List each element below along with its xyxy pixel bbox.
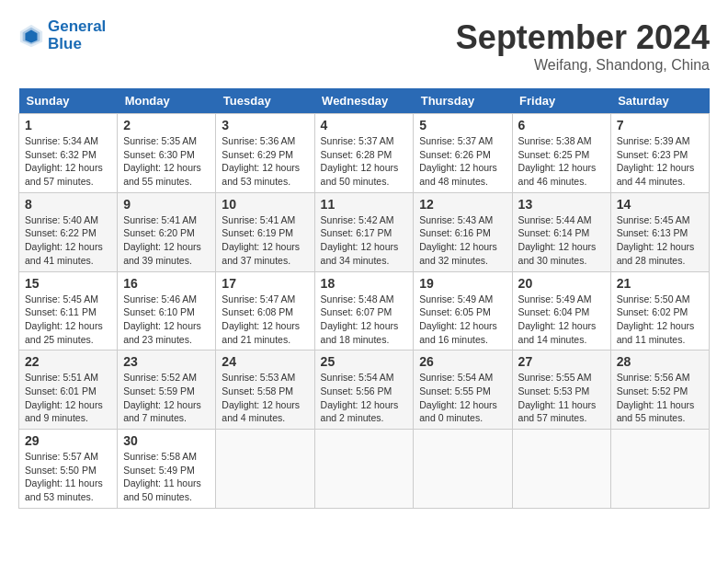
calendar-cell: 24 Sunrise: 5:53 AMSunset: 5:58 PMDaylig… bbox=[216, 350, 314, 430]
calendar-cell: 1 Sunrise: 5:34 AMSunset: 6:32 PMDayligh… bbox=[19, 114, 118, 193]
day-number: 8 bbox=[25, 197, 111, 212]
day-info: Sunrise: 5:35 AMSunset: 6:30 PMDaylight:… bbox=[123, 135, 201, 187]
day-info: Sunrise: 5:41 AMSunset: 6:20 PMDaylight:… bbox=[123, 214, 201, 266]
title-block: September 2024 Weifang, Shandong, China bbox=[456, 18, 710, 74]
calendar-week-3: 15 Sunrise: 5:45 AMSunset: 6:11 PMDaylig… bbox=[19, 271, 710, 350]
day-info: Sunrise: 5:37 AMSunset: 6:28 PMDaylight:… bbox=[321, 135, 399, 187]
day-info: Sunrise: 5:43 AMSunset: 6:16 PMDaylight:… bbox=[419, 214, 497, 266]
day-number: 24 bbox=[222, 354, 308, 369]
calendar-cell: 11 Sunrise: 5:42 AMSunset: 6:17 PMDaylig… bbox=[314, 192, 414, 271]
calendar-week-1: 1 Sunrise: 5:34 AMSunset: 6:32 PMDayligh… bbox=[19, 114, 710, 193]
weekday-header-thursday: Thursday bbox=[414, 88, 512, 114]
day-info: Sunrise: 5:42 AMSunset: 6:17 PMDaylight:… bbox=[321, 214, 399, 266]
weekday-header-saturday: Saturday bbox=[610, 88, 709, 114]
day-number: 19 bbox=[419, 276, 506, 291]
weekday-header-row: SundayMondayTuesdayWednesdayThursdayFrid… bbox=[19, 88, 710, 114]
calendar-week-4: 22 Sunrise: 5:51 AMSunset: 6:01 PMDaylig… bbox=[19, 350, 710, 430]
weekday-header-sunday: Sunday bbox=[19, 88, 118, 114]
calendar-week-5: 29 Sunrise: 5:57 AMSunset: 5:50 PMDaylig… bbox=[19, 430, 710, 509]
day-number: 12 bbox=[419, 197, 506, 212]
day-info: Sunrise: 5:44 AMSunset: 6:14 PMDaylight:… bbox=[518, 214, 597, 266]
calendar-cell: 20 Sunrise: 5:49 AMSunset: 6:04 PMDaylig… bbox=[512, 271, 610, 350]
day-info: Sunrise: 5:39 AMSunset: 6:23 PMDaylight:… bbox=[617, 135, 695, 187]
calendar-cell: 7 Sunrise: 5:39 AMSunset: 6:23 PMDayligh… bbox=[610, 114, 709, 193]
day-info: Sunrise: 5:54 AMSunset: 5:56 PMDaylight:… bbox=[321, 372, 399, 423]
day-info: Sunrise: 5:45 AMSunset: 6:13 PMDaylight:… bbox=[617, 214, 695, 266]
day-info: Sunrise: 5:45 AMSunset: 6:11 PMDaylight:… bbox=[25, 293, 103, 345]
calendar-cell bbox=[314, 430, 414, 509]
day-info: Sunrise: 5:36 AMSunset: 6:29 PMDaylight:… bbox=[222, 135, 300, 187]
calendar-cell: 12 Sunrise: 5:43 AMSunset: 6:16 PMDaylig… bbox=[414, 192, 512, 271]
calendar-cell bbox=[414, 430, 512, 509]
weekday-header-friday: Friday bbox=[512, 88, 610, 114]
calendar-cell: 15 Sunrise: 5:45 AMSunset: 6:11 PMDaylig… bbox=[19, 271, 118, 350]
calendar-cell bbox=[610, 430, 709, 509]
day-number: 23 bbox=[123, 354, 210, 369]
calendar-cell: 23 Sunrise: 5:52 AMSunset: 5:59 PMDaylig… bbox=[118, 350, 216, 430]
day-number: 13 bbox=[518, 197, 605, 212]
day-info: Sunrise: 5:48 AMSunset: 6:07 PMDaylight:… bbox=[321, 293, 399, 345]
calendar-cell: 4 Sunrise: 5:37 AMSunset: 6:28 PMDayligh… bbox=[314, 114, 414, 193]
calendar-cell: 28 Sunrise: 5:56 AMSunset: 5:52 PMDaylig… bbox=[610, 350, 709, 430]
calendar-cell: 26 Sunrise: 5:54 AMSunset: 5:55 PMDaylig… bbox=[414, 350, 512, 430]
logo-text: General Blue bbox=[48, 18, 106, 52]
calendar-cell: 22 Sunrise: 5:51 AMSunset: 6:01 PMDaylig… bbox=[19, 350, 118, 430]
day-number: 30 bbox=[123, 433, 210, 448]
day-info: Sunrise: 5:56 AMSunset: 5:52 PMDaylight:… bbox=[617, 372, 695, 423]
calendar-cell: 5 Sunrise: 5:37 AMSunset: 6:26 PMDayligh… bbox=[414, 114, 512, 193]
day-number: 16 bbox=[123, 276, 210, 291]
day-number: 14 bbox=[617, 197, 703, 212]
day-number: 20 bbox=[518, 276, 605, 291]
day-number: 18 bbox=[321, 276, 408, 291]
calendar-cell: 13 Sunrise: 5:44 AMSunset: 6:14 PMDaylig… bbox=[512, 192, 610, 271]
day-info: Sunrise: 5:34 AMSunset: 6:32 PMDaylight:… bbox=[25, 135, 103, 187]
day-info: Sunrise: 5:46 AMSunset: 6:10 PMDaylight:… bbox=[123, 293, 201, 345]
day-number: 10 bbox=[222, 197, 308, 212]
day-number: 1 bbox=[25, 118, 111, 132]
day-info: Sunrise: 5:54 AMSunset: 5:55 PMDaylight:… bbox=[419, 372, 497, 423]
day-info: Sunrise: 5:38 AMSunset: 6:25 PMDaylight:… bbox=[518, 135, 597, 187]
calendar-week-2: 8 Sunrise: 5:40 AMSunset: 6:22 PMDayligh… bbox=[19, 192, 710, 271]
day-info: Sunrise: 5:53 AMSunset: 5:58 PMDaylight:… bbox=[222, 372, 300, 423]
day-number: 6 bbox=[518, 118, 605, 132]
calendar-cell: 25 Sunrise: 5:54 AMSunset: 5:56 PMDaylig… bbox=[314, 350, 414, 430]
day-info: Sunrise: 5:51 AMSunset: 6:01 PMDaylight:… bbox=[25, 372, 103, 423]
day-number: 3 bbox=[222, 118, 308, 132]
day-info: Sunrise: 5:49 AMSunset: 6:04 PMDaylight:… bbox=[518, 293, 597, 345]
calendar-cell: 2 Sunrise: 5:35 AMSunset: 6:30 PMDayligh… bbox=[118, 114, 216, 193]
calendar-cell: 9 Sunrise: 5:41 AMSunset: 6:20 PMDayligh… bbox=[118, 192, 216, 271]
day-info: Sunrise: 5:57 AMSunset: 5:50 PMDaylight:… bbox=[25, 451, 103, 502]
calendar-cell: 17 Sunrise: 5:47 AMSunset: 6:08 PMDaylig… bbox=[216, 271, 314, 350]
calendar-cell: 3 Sunrise: 5:36 AMSunset: 6:29 PMDayligh… bbox=[216, 114, 314, 193]
calendar-cell: 27 Sunrise: 5:55 AMSunset: 5:53 PMDaylig… bbox=[512, 350, 610, 430]
day-number: 22 bbox=[25, 354, 111, 369]
day-info: Sunrise: 5:40 AMSunset: 6:22 PMDaylight:… bbox=[25, 214, 103, 266]
day-number: 21 bbox=[617, 276, 703, 291]
day-number: 28 bbox=[617, 354, 703, 369]
calendar-cell: 29 Sunrise: 5:57 AMSunset: 5:50 PMDaylig… bbox=[19, 430, 118, 509]
day-number: 9 bbox=[123, 197, 210, 212]
day-info: Sunrise: 5:50 AMSunset: 6:02 PMDaylight:… bbox=[617, 293, 695, 345]
day-info: Sunrise: 5:47 AMSunset: 6:08 PMDaylight:… bbox=[222, 293, 300, 345]
calendar-cell: 10 Sunrise: 5:41 AMSunset: 6:19 PMDaylig… bbox=[216, 192, 314, 271]
day-number: 29 bbox=[25, 433, 111, 448]
month-year: September 2024 bbox=[456, 18, 710, 57]
day-number: 27 bbox=[518, 354, 605, 369]
day-info: Sunrise: 5:49 AMSunset: 6:05 PMDaylight:… bbox=[419, 293, 497, 345]
day-number: 25 bbox=[321, 354, 408, 369]
weekday-header-wednesday: Wednesday bbox=[314, 88, 414, 114]
calendar-cell: 18 Sunrise: 5:48 AMSunset: 6:07 PMDaylig… bbox=[314, 271, 414, 350]
calendar-cell: 16 Sunrise: 5:46 AMSunset: 6:10 PMDaylig… bbox=[118, 271, 216, 350]
weekday-header-tuesday: Tuesday bbox=[216, 88, 314, 114]
page-header: General Blue September 2024 Weifang, Sha… bbox=[18, 18, 710, 74]
day-info: Sunrise: 5:41 AMSunset: 6:19 PMDaylight:… bbox=[222, 214, 300, 266]
day-info: Sunrise: 5:55 AMSunset: 5:53 PMDaylight:… bbox=[518, 372, 597, 423]
day-number: 4 bbox=[321, 118, 408, 132]
day-info: Sunrise: 5:52 AMSunset: 5:59 PMDaylight:… bbox=[123, 372, 201, 423]
day-number: 11 bbox=[321, 197, 408, 212]
weekday-header-monday: Monday bbox=[118, 88, 216, 114]
day-info: Sunrise: 5:58 AMSunset: 5:49 PMDaylight:… bbox=[123, 451, 201, 502]
calendar-cell: 14 Sunrise: 5:45 AMSunset: 6:13 PMDaylig… bbox=[610, 192, 709, 271]
calendar-cell bbox=[216, 430, 314, 509]
calendar-cell: 19 Sunrise: 5:49 AMSunset: 6:05 PMDaylig… bbox=[414, 271, 512, 350]
